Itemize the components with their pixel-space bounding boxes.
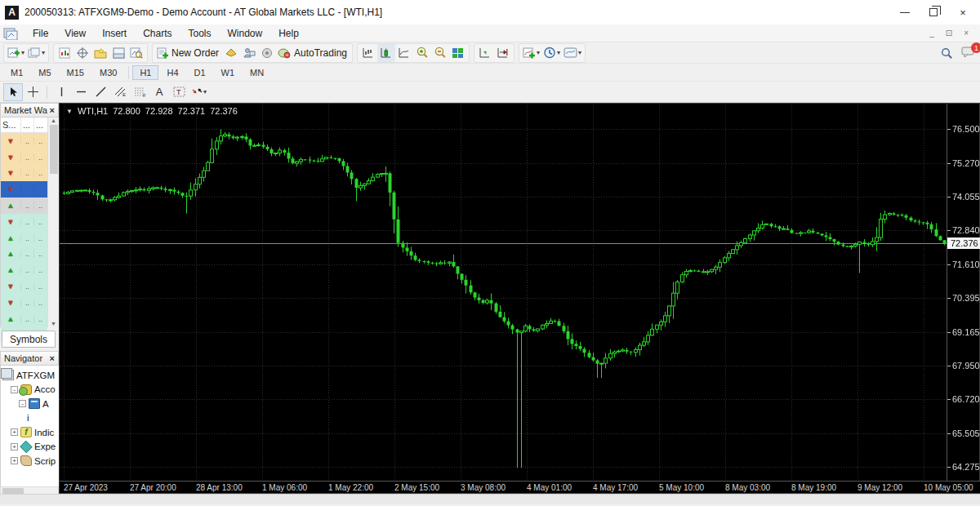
market-watch-row[interactable]: ▼.... [1,149,47,166]
market-watch-row[interactable]: ▲.... [1,230,47,246]
collapse-icon[interactable]: - [11,386,18,393]
child-restore-button[interactable]: ⊡ [946,29,952,38]
timeframe-m15[interactable]: M15 [60,65,91,80]
search-icon[interactable] [941,47,953,60]
symbols-tab[interactable]: Symbols [2,331,56,348]
new-chart-button[interactable]: ▾ [6,44,26,62]
timeframe-w1[interactable]: W1 [214,65,243,80]
bar-chart-button[interactable] [359,44,377,62]
broadcast-button[interactable] [258,44,276,62]
market-watch-close-icon[interactable]: × [50,105,55,115]
periods-button[interactable]: ▾ [541,44,562,62]
market-watch-row[interactable]: ▼.... [1,295,47,311]
market-watch-scrollbar[interactable]: ▲ ▼ [47,118,59,327]
crosshair-button[interactable] [23,83,42,101]
minimize-button[interactable] [900,7,910,13]
candlestick-chart-button[interactable] [377,44,395,62]
metaeditor-button[interactable] [222,44,240,62]
navigator-close-icon[interactable]: × [50,353,55,363]
market-watch-row[interactable]: ▼.... [1,278,47,295]
market-watch-row[interactable]: ▲.... [1,262,47,278]
timeframe-h4[interactable]: H4 [159,65,185,80]
timeframe-h1[interactable]: H1 [132,65,158,80]
menu-insert[interactable]: Insert [94,26,135,41]
price-down-arrow-icon: ▼ [1,299,20,307]
text-label-button[interactable]: T [169,83,189,101]
scrollbar-thumb[interactable] [50,125,58,174]
market-watch-row[interactable]: ▼.... [1,133,47,149]
templates-button[interactable]: ▾ [562,44,583,62]
collapse-icon[interactable]: - [19,400,26,407]
navigator-item-scrip[interactable]: +Scrip [1,454,59,468]
strategy-tester-button[interactable] [127,44,145,62]
menu-file[interactable]: File [24,26,56,41]
chevron-down-icon: ▾ [203,88,207,95]
navigator-item-expe[interactable]: +Expe [1,440,59,455]
menu-charts[interactable]: Charts [135,26,180,41]
market-watch-row[interactable]: ▲.... [1,198,47,214]
arrows-button[interactable]: ▾ [189,83,208,101]
expand-icon[interactable]: + [11,428,18,436]
profiles-button[interactable]: ▾ [26,44,47,62]
timeframe-m1[interactable]: M1 [3,65,30,80]
trendline-button[interactable] [91,83,110,101]
text-button[interactable]: A [149,83,169,101]
autotrading-button[interactable]: AutoTrading [276,44,350,62]
menu-window[interactable]: Window [220,26,271,41]
chart-canvas[interactable] [60,104,948,482]
navigator-item-atfxgm[interactable]: ATFXGM [1,368,59,383]
time-axis[interactable]: 27 Apr 202327 Apr 20:0028 Apr 13:001 May… [60,481,980,493]
chart-ohlc-label[interactable]: ▼ WTI,H1 72.800 72.928 72.371 72.376 [66,106,238,116]
market-watch-row[interactable]: ▼.... [1,166,47,182]
market-watch-column-headers[interactable]: S... ... ... [1,118,47,133]
vertical-line-button[interactable] [51,83,71,101]
market-watch-row[interactable]: ▲.... [1,311,47,327]
indicators-button[interactable]: ▾ [521,44,541,62]
scrollbar-thumb[interactable] [2,488,24,494]
fibonacci-button[interactable]: F [130,83,149,101]
data-window-button[interactable] [74,44,91,62]
navigator-item-acco[interactable]: -Acco [1,383,59,397]
tile-windows-button[interactable] [449,44,467,62]
auto-scroll-button[interactable] [476,44,494,62]
chart-shift-button[interactable] [494,44,512,62]
close-button[interactable]: × [957,7,969,17]
menu-tools[interactable]: Tools [180,26,220,41]
restore-button[interactable] [929,8,938,16]
new-order-button[interactable]: New Order [154,44,222,62]
terminal-button[interactable] [109,44,127,62]
timeframe-m30[interactable]: M30 [92,65,124,80]
expand-icon[interactable]: + [11,457,18,464]
line-chart-button[interactable] [395,44,413,62]
scroll-up-icon[interactable]: ▲ [51,118,56,123]
market-watch-button[interactable] [56,44,74,62]
navigator-item-i[interactable]: i [1,411,59,426]
mql-community-button[interactable] [240,44,258,62]
scroll-down-icon[interactable]: ▼ [51,321,56,326]
expand-icon[interactable]: + [11,443,18,451]
timeframe-m5[interactable]: M5 [31,65,58,80]
market-watch-row[interactable]: ▲.... [1,246,47,263]
cursor-button[interactable] [3,83,23,101]
timeframe-mn[interactable]: MN [243,65,271,80]
child-minimize-button[interactable]: _ [929,29,934,38]
horizontal-line-button[interactable] [71,83,91,101]
navigator-button[interactable] [91,44,109,62]
navigator-item-a[interactable]: -A [1,397,59,411]
menu-view[interactable]: View [56,26,94,41]
market-watch-row[interactable]: ▼.... [1,214,47,230]
fibonacci-icon: F [134,87,146,97]
line-studies-toolbar: E F A T ▾ [0,82,980,103]
timeframe-d1[interactable]: D1 [187,65,213,80]
child-close-button[interactable]: × [964,29,969,38]
price-axis[interactable]: 76.50075.27074.05572.84071.61070.39569.1… [947,104,979,482]
zoom-out-button[interactable] [431,44,449,62]
menu-help[interactable]: Help [270,26,307,41]
chart-system-icon[interactable] [3,27,18,40]
notifications-button[interactable]: 1 [961,47,975,60]
market-watch-row[interactable]: ▼.... [1,181,47,198]
equidistant-channel-button[interactable]: E [110,83,130,101]
scripts-icon [20,455,32,466]
zoom-in-button[interactable] [413,44,431,62]
navigator-item-indic[interactable]: +fIndic [1,425,59,440]
